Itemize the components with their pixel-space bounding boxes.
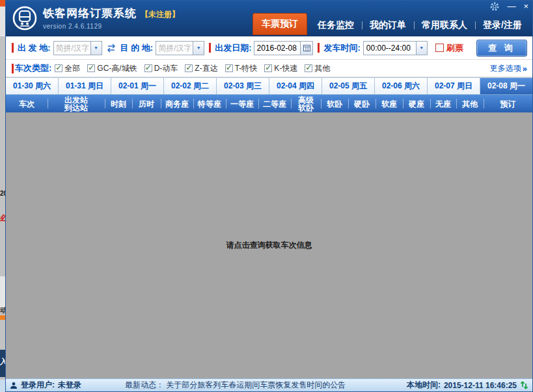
column-header[interactable]: 特等座 — [193, 95, 226, 112]
background-text-fragment: 20 — [0, 190, 5, 197]
checkbox-icon[interactable] — [87, 64, 95, 72]
more-options-link[interactable]: 更多选项 » — [490, 63, 527, 74]
nav-tab[interactable]: 登录/注册 — [475, 16, 530, 35]
train-type-option[interactable]: 全部 — [55, 63, 80, 74]
column-header-line1: 硬卧 — [354, 100, 370, 108]
train-type-option-label: GC-高/城铁 — [97, 63, 137, 74]
column-header[interactable]: 硬座 — [403, 95, 430, 112]
column-header[interactable]: 商务座 — [161, 95, 193, 112]
nav-tab[interactable]: 我的订单 — [362, 16, 414, 35]
column-header[interactable]: 软座 — [376, 95, 403, 112]
more-options-label: 更多选项 — [490, 63, 521, 74]
column-header[interactable]: 二等座 — [258, 95, 291, 112]
time-dropdown-arrow-icon[interactable]: ▼ — [416, 42, 427, 55]
results-area: 请点击查询获取车次信息 — [6, 112, 532, 378]
train-type-option[interactable]: 其他 — [305, 63, 330, 74]
date-tab[interactable]: 01-31 周日 — [59, 78, 111, 94]
column-header[interactable]: 硬卧 — [348, 95, 376, 112]
column-header-line1: 历时 — [139, 100, 154, 108]
date-tab[interactable]: 01-30 周六 — [6, 78, 59, 94]
train-type-option-label: Z-直达 — [195, 63, 217, 74]
column-header[interactable]: 历时 — [132, 95, 161, 112]
nav-tab[interactable]: 任务监控 — [310, 16, 362, 35]
train-type-option[interactable]: D-动车 — [144, 63, 178, 74]
to-input[interactable] — [156, 42, 193, 55]
date-input[interactable] — [254, 42, 300, 55]
train-type-option[interactable]: T-特快 — [225, 63, 258, 74]
red-accent-bar — [318, 43, 320, 53]
train-type-label: 车次类型: — [15, 62, 51, 74]
background-fragment — [0, 7, 5, 36]
train-type-option[interactable]: Z-直达 — [185, 63, 217, 74]
search-bar: 出 发 地: ▼ 目 的 地: ▼ 出发日期: — [6, 36, 532, 60]
train-type-option-label: 其他 — [314, 63, 330, 74]
to-dropdown-arrow-icon[interactable]: ▼ — [193, 42, 204, 55]
column-header-line1: 时刻 — [111, 100, 126, 108]
checkbox-icon[interactable] — [264, 64, 272, 72]
train-type-option[interactable]: GC-高/城铁 — [87, 63, 137, 74]
column-header[interactable]: 无座 — [430, 95, 456, 112]
date-tab[interactable]: 02-08 周一 — [480, 78, 532, 94]
settings-gear-icon[interactable] — [490, 2, 499, 11]
column-header-line1: 无座 — [435, 100, 451, 108]
column-header[interactable]: 时刻 — [105, 95, 132, 112]
date-label: 出发日期: — [215, 42, 251, 54]
column-header[interactable]: 车次 — [6, 95, 48, 112]
time-value: 00:00--24:00 — [364, 42, 416, 55]
news-ticker: 最新动态： 关于部分旅客列车春运期间车票恢复发售时间的公告 — [125, 380, 346, 391]
date-tab[interactable]: 02-04 周四 — [269, 78, 322, 94]
checkbox-icon[interactable] — [185, 64, 193, 72]
column-header-line1: 高级 — [298, 96, 314, 104]
train-type-option[interactable]: K-快速 — [264, 63, 297, 74]
empty-results-hint: 请点击查询获取车次信息 — [226, 240, 312, 251]
news-link[interactable]: 关于部分旅客列车春运期间车票恢复发售时间的公告 — [166, 380, 346, 389]
checkbox-icon[interactable] — [144, 64, 152, 72]
title-area: 铁客网络订票系统【未注册】 version 2.4.6.1129 — [43, 6, 180, 30]
nav-tab[interactable]: 常用联系人 — [414, 16, 475, 35]
column-header-line2: 软卧 — [298, 104, 314, 112]
app-logo-train-icon — [12, 5, 38, 31]
column-header[interactable]: 其他 — [456, 95, 484, 112]
date-tab[interactable]: 02-01 周一 — [111, 78, 164, 94]
time-label: 发车时间: — [323, 42, 360, 54]
column-header[interactable]: 高级 软卧 — [291, 95, 321, 112]
local-time-label: 本地时间: — [407, 380, 441, 391]
date-tab[interactable]: 02-07 周日 — [428, 78, 480, 94]
checkbox-icon[interactable] — [305, 64, 312, 72]
column-header[interactable]: 预订 — [484, 95, 532, 112]
checkbox-icon[interactable] — [55, 64, 62, 72]
date-tab[interactable]: 02-06 周六 — [375, 78, 428, 94]
swap-arrows-icon — [106, 44, 116, 53]
local-time-value: 2015-12-11 16:46:25 — [444, 381, 517, 390]
app-window: 铁客网络订票系统【未注册】 version 2.4.6.1129 — × 车票预… — [5, 0, 533, 392]
swap-stations-button[interactable] — [106, 44, 116, 53]
login-user-label: 登录用户: — [21, 380, 55, 391]
time-select[interactable]: 00:00--24:00 ▼ — [363, 41, 428, 55]
main-nav: 车票预订 任务监控 我的订单 常用联系人 登录/注册 — [253, 13, 530, 35]
checkbox-icon[interactable] — [225, 64, 233, 72]
close-button[interactable]: × — [523, 2, 528, 11]
query-button[interactable]: 查 询 — [476, 40, 527, 57]
from-input-group: ▼ — [53, 41, 102, 55]
from-label: 出 发 地: — [18, 42, 51, 54]
from-dropdown-arrow-icon[interactable]: ▼ — [90, 42, 102, 55]
nav-tab[interactable]: 车票预订 — [253, 13, 307, 35]
refresh-ticket-checkbox[interactable] — [435, 44, 444, 52]
unregistered-badge: 【未注册】 — [141, 10, 180, 19]
column-header-line1: 软卧 — [327, 100, 342, 108]
train-type-options: 全部 GC-高/城铁 D-动车 Z-直达 — [55, 63, 330, 74]
from-input[interactable] — [54, 42, 90, 55]
minimize-button[interactable]: — — [507, 2, 515, 11]
refresh-sync-icon[interactable] — [520, 381, 528, 389]
column-header[interactable]: 一等座 — [226, 95, 258, 112]
column-header[interactable]: 软卧 — [321, 95, 348, 112]
date-tab[interactable]: 02-05 周五 — [322, 78, 375, 94]
date-tab[interactable]: 02-02 周二 — [164, 78, 217, 94]
calendar-icon — [303, 44, 310, 51]
date-tab[interactable]: 02-03 周三 — [217, 78, 269, 94]
column-header[interactable]: 出发站 到达站 — [48, 95, 105, 112]
date-tabs: 01-30 周六 01-31 周日 02-01 周一 02-02 周二 02-0… — [6, 77, 532, 95]
train-type-filter-bar: 车次类型: 全部 GC-高/城铁 D-动车 — [6, 60, 532, 77]
calendar-button[interactable] — [300, 42, 312, 55]
background-fragment — [0, 380, 5, 392]
